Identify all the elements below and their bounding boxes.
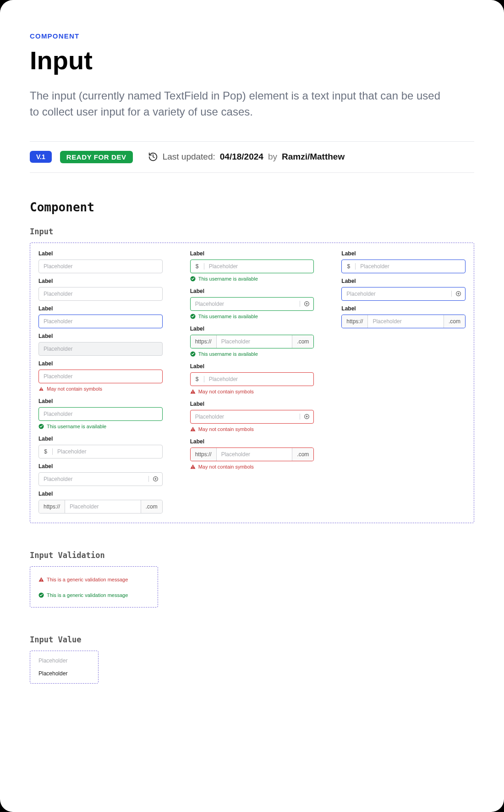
- placeholder: Placeholder: [39, 318, 162, 325]
- plus-circle-icon[interactable]: [300, 301, 313, 307]
- placeholder: Placeholder: [368, 318, 444, 325]
- placeholder: Placeholder: [217, 338, 292, 345]
- meta-row: V.1 READY FOR DEV Last updated: 04/18/20…: [30, 142, 474, 173]
- addon-prefix: https://: [39, 500, 65, 513]
- addon-prefix: https://: [191, 448, 217, 461]
- column-2: Label $ Placeholder This username is ava…: [190, 250, 314, 515]
- subsection-validation: Input Validation: [30, 551, 474, 560]
- text-input-default[interactable]: Placeholder: [38, 287, 163, 301]
- section-component-title: Component: [30, 200, 474, 214]
- placeholder: Placeholder: [39, 373, 162, 380]
- placeholder: Placeholder: [39, 476, 148, 482]
- input-variants-box: Label Placeholder Label Placeholder Labe…: [30, 243, 474, 523]
- placeholder: Placeholder: [65, 503, 141, 510]
- text-input-icon-focus[interactable]: $ Placeholder: [341, 260, 466, 273]
- text-input-addons[interactable]: https:// Placeholder .com: [38, 500, 163, 514]
- text-input-icon-suffix[interactable]: Placeholder: [38, 472, 163, 486]
- field-label: Label: [190, 288, 314, 294]
- field-label: Label: [38, 360, 163, 367]
- by-label: by: [268, 152, 277, 162]
- placeholder: Placeholder: [356, 263, 465, 270]
- field-label: Label: [190, 363, 314, 370]
- placeholder: Placeholder: [39, 346, 162, 352]
- subsection-input: Input: [30, 227, 474, 236]
- validation-error: This is a generic validation message: [38, 577, 149, 582]
- addon-suffix: .com: [292, 448, 313, 461]
- field-label: Label: [341, 250, 466, 257]
- text-input-error[interactable]: Placeholder: [38, 370, 163, 383]
- placeholder: Placeholder: [191, 414, 300, 420]
- validation-success: This is a generic validation message: [38, 592, 149, 598]
- field-label: Label: [38, 491, 163, 497]
- error-message: May not contain symbols: [38, 386, 163, 392]
- success-message: This username is available: [190, 314, 314, 319]
- validation-box: This is a generic validation message Thi…: [30, 566, 158, 608]
- updated-date: 04/18/2024: [220, 152, 263, 162]
- error-message: May not contain symbols: [190, 464, 314, 470]
- field-label: Label: [190, 438, 314, 445]
- field-label: Label: [341, 278, 466, 284]
- column-3: Label $ Placeholder Label Placeholder: [341, 250, 466, 515]
- text-input-addons-focus[interactable]: https:// Placeholder .com: [341, 315, 466, 328]
- text-input-focus[interactable]: Placeholder: [38, 315, 163, 328]
- text-input-addons-error[interactable]: https:// Placeholder .com: [190, 447, 314, 461]
- plus-circle-icon[interactable]: [451, 291, 465, 297]
- field-label: Label: [190, 326, 314, 332]
- field-label: Label: [190, 401, 314, 407]
- placeholder: Placeholder: [39, 291, 162, 297]
- success-message: This username is available: [38, 424, 163, 429]
- dollar-icon: $: [191, 376, 204, 382]
- success-message: This username is available: [190, 351, 314, 357]
- placeholder: Placeholder: [204, 263, 314, 270]
- plus-circle-icon[interactable]: [300, 414, 313, 420]
- column-1: Label Placeholder Label Placeholder Labe…: [38, 250, 163, 515]
- field-label: Label: [190, 250, 314, 257]
- placeholder: Placeholder: [53, 448, 162, 455]
- field-label: Label: [38, 333, 163, 339]
- dollar-icon: $: [191, 263, 204, 270]
- field-label: Label: [38, 463, 163, 470]
- dollar-icon: $: [342, 263, 356, 270]
- text-input-default[interactable]: Placeholder: [38, 260, 163, 273]
- dollar-icon: $: [39, 448, 53, 455]
- text-input-icon-success[interactable]: $ Placeholder: [190, 260, 314, 273]
- text-input-icon-prefix[interactable]: $ Placeholder: [38, 445, 163, 458]
- addon-prefix: https://: [191, 335, 217, 348]
- version-badge: V.1: [30, 151, 52, 163]
- addon-prefix: https://: [342, 315, 368, 328]
- field-label: Label: [38, 398, 163, 404]
- text-input-disabled: Placeholder: [38, 342, 163, 356]
- text-input-suffix-success[interactable]: Placeholder: [190, 297, 314, 311]
- value-box: Placeholder Placeholder: [30, 651, 99, 684]
- error-message: May not contain symbols: [190, 389, 314, 394]
- placeholder: Placeholder: [204, 376, 314, 382]
- placeholder: Placeholder: [39, 411, 162, 417]
- status-badge: READY FOR DEV: [60, 151, 133, 163]
- value-filled: Placeholder: [38, 670, 90, 677]
- text-input-success[interactable]: Placeholder: [38, 407, 163, 421]
- field-label: Label: [38, 436, 163, 442]
- success-message: This username is available: [190, 276, 314, 282]
- placeholder: Placeholder: [217, 451, 292, 458]
- plus-circle-icon[interactable]: [148, 476, 162, 482]
- placeholder: Placeholder: [191, 301, 300, 307]
- field-label: Label: [38, 250, 163, 257]
- eyebrow: COMPONENT: [30, 32, 474, 40]
- updated-label: Last updated:: [163, 152, 215, 162]
- text-input-suffix-focus[interactable]: Placeholder: [341, 287, 466, 301]
- addon-suffix: .com: [141, 500, 162, 513]
- text-input-icon-error[interactable]: $ Placeholder: [190, 372, 314, 386]
- addon-suffix: .com: [292, 335, 313, 348]
- history-icon: [148, 152, 158, 162]
- page-description: The input (currently named TextField in …: [30, 88, 442, 120]
- placeholder: Placeholder: [39, 263, 162, 270]
- addon-suffix: .com: [444, 315, 465, 328]
- field-label: Label: [341, 305, 466, 312]
- page-title: Input: [30, 45, 474, 75]
- subsection-value: Input Value: [30, 635, 474, 644]
- text-input-addons-success[interactable]: https:// Placeholder .com: [190, 335, 314, 348]
- field-label: Label: [38, 278, 163, 284]
- value-placeholder: Placeholder: [38, 657, 90, 664]
- text-input-suffix-error[interactable]: Placeholder: [190, 410, 314, 424]
- field-label: Label: [38, 305, 163, 312]
